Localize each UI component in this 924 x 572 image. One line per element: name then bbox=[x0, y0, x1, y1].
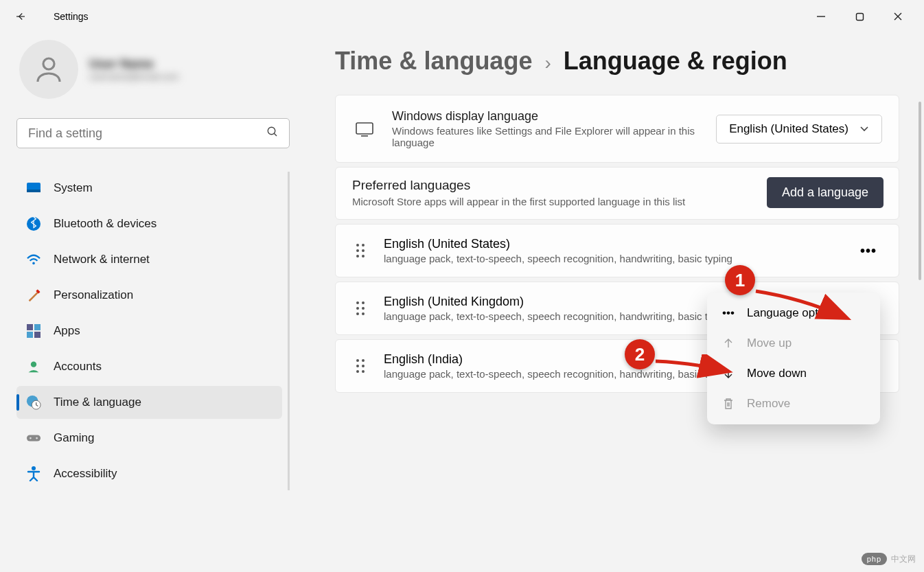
menu-remove: Remove bbox=[707, 389, 880, 419]
svg-point-39 bbox=[356, 370, 359, 373]
sidebar-item-label: Network & internet bbox=[54, 253, 150, 266]
svg-rect-1 bbox=[856, 13, 863, 20]
user-profile[interactable]: User Name username@email.com bbox=[16, 40, 290, 99]
svg-point-26 bbox=[362, 249, 365, 252]
user-email: username@email.com bbox=[89, 71, 178, 82]
sidebar-item-network[interactable]: Network & internet bbox=[16, 243, 282, 276]
close-button[interactable] bbox=[879, 3, 917, 30]
sidebar-item-apps[interactable]: Apps bbox=[16, 314, 282, 347]
watermark-text: 中文网 bbox=[891, 553, 916, 565]
svg-rect-10 bbox=[27, 324, 33, 330]
sidebar-item-personalization[interactable]: Personalization bbox=[16, 279, 282, 312]
minimize-icon bbox=[816, 12, 826, 21]
svg-point-2 bbox=[43, 58, 54, 69]
sidebar-item-label: System bbox=[54, 181, 93, 195]
scrollbar[interactable] bbox=[919, 102, 921, 280]
sidebar-item-label: Personalization bbox=[54, 288, 133, 302]
nav: System Bluetooth & devices Network & int… bbox=[16, 172, 290, 490]
annotation-arrow-1 bbox=[752, 284, 855, 325]
gamepad-icon bbox=[26, 431, 41, 446]
svg-rect-11 bbox=[34, 324, 41, 330]
drag-handle[interactable] bbox=[352, 358, 369, 374]
monitor-icon bbox=[26, 181, 41, 196]
accessibility-icon bbox=[26, 466, 41, 481]
preferred-languages-card: Preferred languages Microsoft Store apps… bbox=[335, 167, 899, 220]
annotation-arrow-2 bbox=[652, 354, 735, 382]
svg-point-37 bbox=[356, 365, 359, 367]
apps-icon bbox=[26, 323, 41, 339]
paintbrush-icon bbox=[26, 288, 41, 303]
sidebar-item-gaming[interactable]: Gaming bbox=[16, 422, 282, 455]
svg-point-3 bbox=[268, 127, 275, 135]
language-item: English (United States) language pack, t… bbox=[335, 224, 899, 277]
svg-point-28 bbox=[362, 255, 365, 258]
drag-handle[interactable] bbox=[352, 243, 369, 258]
more-options-button[interactable]: ••• bbox=[855, 237, 882, 264]
svg-rect-21 bbox=[356, 123, 373, 134]
svg-point-33 bbox=[356, 312, 359, 315]
grip-icon bbox=[356, 301, 365, 316]
svg-point-31 bbox=[356, 307, 359, 310]
more-icon: ••• bbox=[860, 243, 877, 259]
sidebar-item-time-language[interactable]: Time & language bbox=[16, 386, 282, 419]
svg-point-30 bbox=[362, 301, 365, 304]
add-language-button[interactable]: Add a language bbox=[767, 177, 883, 208]
svg-point-36 bbox=[362, 359, 365, 362]
sidebar-item-label: Accounts bbox=[54, 360, 102, 374]
wifi-icon bbox=[26, 252, 41, 267]
svg-point-20 bbox=[32, 466, 36, 470]
sidebar-item-accessibility[interactable]: Accessibility bbox=[16, 457, 282, 490]
svg-point-14 bbox=[31, 362, 36, 367]
annotation-badge-1: 1 bbox=[725, 265, 755, 295]
breadcrumb: Time & language › Language & region bbox=[335, 47, 899, 76]
svg-point-8 bbox=[32, 262, 35, 265]
user-meta: User Name username@email.com bbox=[89, 57, 178, 82]
sidebar-item-accounts[interactable]: Accounts bbox=[16, 350, 282, 383]
language-name: English (United States) bbox=[384, 237, 840, 251]
display-language-dropdown[interactable]: English (United States) bbox=[716, 115, 882, 144]
titlebar: Settings bbox=[0, 0, 924, 33]
svg-point-23 bbox=[356, 244, 359, 247]
watermark-brand: php bbox=[862, 553, 887, 565]
svg-rect-17 bbox=[27, 435, 41, 441]
page-title: Language & region bbox=[564, 47, 787, 76]
sidebar-item-label: Accessibility bbox=[54, 467, 117, 481]
sidebar: User Name username@email.com System Blue… bbox=[0, 33, 302, 572]
account-icon bbox=[26, 359, 41, 374]
minimize-button[interactable] bbox=[802, 3, 840, 30]
annotation-badge-2: 2 bbox=[625, 339, 655, 369]
window-title: Settings bbox=[54, 11, 89, 22]
maximize-icon bbox=[855, 12, 864, 21]
grip-icon bbox=[356, 358, 365, 374]
breadcrumb-parent[interactable]: Time & language bbox=[335, 47, 532, 76]
close-icon bbox=[893, 12, 903, 21]
drag-handle[interactable] bbox=[352, 301, 369, 316]
svg-point-29 bbox=[356, 301, 359, 304]
display-language-subtitle: Windows features like Settings and File … bbox=[392, 125, 701, 148]
display-icon bbox=[352, 122, 377, 137]
sidebar-item-label: Gaming bbox=[54, 431, 95, 445]
window-controls bbox=[802, 3, 917, 30]
search-icon bbox=[266, 126, 279, 141]
user-name: User Name bbox=[89, 57, 178, 71]
back-button[interactable] bbox=[7, 3, 34, 30]
svg-point-25 bbox=[356, 249, 359, 252]
preferred-title: Preferred languages bbox=[352, 178, 685, 193]
svg-point-34 bbox=[362, 312, 365, 315]
bluetooth-icon bbox=[26, 216, 41, 231]
svg-point-32 bbox=[362, 307, 365, 310]
maximize-button[interactable] bbox=[840, 3, 879, 30]
sidebar-item-bluetooth[interactable]: Bluetooth & devices bbox=[16, 207, 282, 240]
search-input[interactable] bbox=[16, 118, 290, 148]
avatar bbox=[19, 40, 78, 99]
dropdown-value: English (United States) bbox=[729, 122, 848, 136]
arrow-up-icon bbox=[721, 338, 736, 349]
sidebar-item-system[interactable]: System bbox=[16, 172, 282, 205]
preferred-subtitle: Microsoft Store apps will appear in the … bbox=[352, 196, 685, 207]
svg-rect-6 bbox=[27, 190, 41, 192]
svg-rect-13 bbox=[34, 332, 41, 338]
svg-point-24 bbox=[362, 244, 365, 247]
menu-label: Move down bbox=[747, 367, 807, 380]
search-box bbox=[16, 118, 290, 148]
trash-icon bbox=[721, 398, 736, 410]
